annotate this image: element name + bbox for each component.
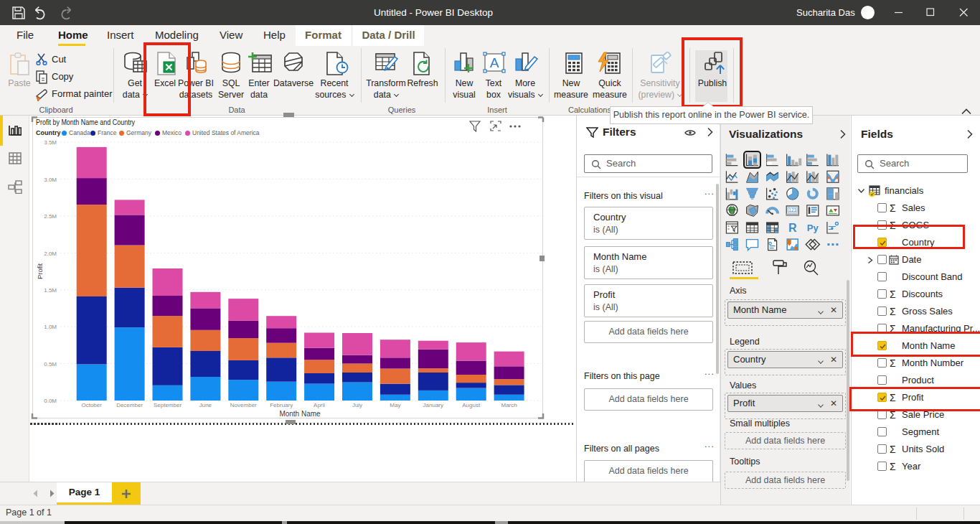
svg-text:A: A: [490, 55, 499, 70]
svg-text:R: R: [788, 222, 797, 234]
svg-text:Py: Py: [807, 223, 819, 233]
svg-text:123: 123: [788, 207, 796, 212]
